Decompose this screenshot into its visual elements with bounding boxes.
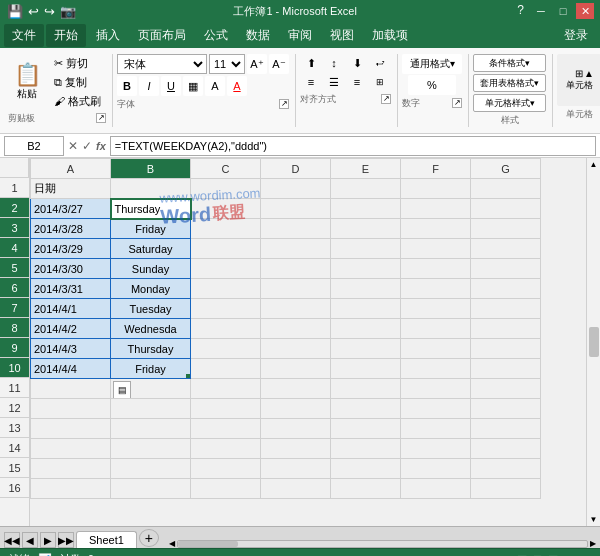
cell-a6[interactable]: 2014/3/31 (31, 279, 111, 299)
save-button[interactable]: 💾 (6, 3, 24, 20)
cell-a3[interactable]: 2014/3/28 (31, 219, 111, 239)
scroll-down-button[interactable]: ▼ (590, 515, 598, 524)
cell-e7[interactable] (331, 299, 401, 319)
cell-b11[interactable]: ▤ (111, 379, 191, 399)
cell-g10[interactable] (471, 359, 541, 379)
row-header-16[interactable]: 16 (0, 478, 29, 498)
insert-function-icon[interactable]: fx (96, 140, 106, 152)
font-expand-button[interactable]: ↗ (279, 99, 289, 109)
cell-b12[interactable] (111, 399, 191, 419)
cell-c2[interactable] (191, 199, 261, 219)
cell-c3[interactable] (191, 219, 261, 239)
col-header-b[interactable]: B (111, 159, 191, 179)
cell-f8[interactable] (401, 319, 471, 339)
cell-a7[interactable]: 2014/4/1 (31, 299, 111, 319)
alignment-expand-button[interactable]: ↗ (381, 94, 391, 104)
cell-f4[interactable] (401, 239, 471, 259)
cell-b7[interactable]: Tuesday (111, 299, 191, 319)
menu-data[interactable]: 数据 (238, 24, 278, 47)
cell-a8[interactable]: 2014/4/2 (31, 319, 111, 339)
row-header-5[interactable]: 5 (0, 258, 29, 278)
cell-c8[interactable] (191, 319, 261, 339)
cell-g8[interactable] (471, 319, 541, 339)
cell-g13[interactable] (471, 419, 541, 439)
cell-b10[interactable]: Friday (111, 359, 191, 379)
cell-c16[interactable] (191, 479, 261, 499)
cell-e1[interactable] (331, 179, 401, 199)
cell-b8[interactable]: Wednesda (111, 319, 191, 339)
menu-review[interactable]: 审阅 (280, 24, 320, 47)
cell-c7[interactable] (191, 299, 261, 319)
cell-a5[interactable]: 2014/3/30 (31, 259, 111, 279)
percent-button[interactable]: % (408, 75, 456, 95)
cancel-icon[interactable]: ✕ (68, 139, 78, 153)
cell-g1[interactable] (471, 179, 541, 199)
add-sheet-button[interactable]: + (139, 529, 159, 547)
cell-f11[interactable] (401, 379, 471, 399)
bottom-align-button[interactable]: ⬇ (346, 54, 368, 72)
cell-f7[interactable] (401, 299, 471, 319)
cell-d4[interactable] (261, 239, 331, 259)
italic-button[interactable]: I (139, 76, 159, 96)
cell-d12[interactable] (261, 399, 331, 419)
cell-d7[interactable] (261, 299, 331, 319)
cell-e3[interactable] (331, 219, 401, 239)
cell-c12[interactable] (191, 399, 261, 419)
wrap-text-button[interactable]: ⮐ (369, 54, 391, 72)
row-header-6[interactable]: 6 (0, 278, 29, 298)
cell-b1[interactable] (111, 179, 191, 199)
cell-f9[interactable] (401, 339, 471, 359)
cell-e16[interactable] (331, 479, 401, 499)
fill-handle[interactable] (186, 374, 191, 379)
cell-d2[interactable] (261, 199, 331, 219)
cell-e11[interactable] (331, 379, 401, 399)
cell-c13[interactable] (191, 419, 261, 439)
cell-g9[interactable] (471, 339, 541, 359)
sheet-nav-next[interactable]: ▶ (40, 532, 56, 548)
cell-a2[interactable]: 2014/3/27 (31, 199, 111, 219)
cell-b13[interactable] (111, 419, 191, 439)
cell-f13[interactable] (401, 419, 471, 439)
confirm-icon[interactable]: ✓ (82, 139, 92, 153)
cell-a9[interactable]: 2014/4/3 (31, 339, 111, 359)
cell-g16[interactable] (471, 479, 541, 499)
row-header-1[interactable]: 1 (0, 178, 29, 198)
row-header-3[interactable]: 3 (0, 218, 29, 238)
cell-g2[interactable] (471, 199, 541, 219)
cell-f16[interactable] (401, 479, 471, 499)
decrease-font-button[interactable]: A⁻ (269, 54, 289, 74)
cell-reference-box[interactable]: B2 (4, 136, 64, 156)
cell-a4[interactable]: 2014/3/29 (31, 239, 111, 259)
minimize-button[interactable]: ─ (532, 3, 550, 19)
fill-color-button[interactable]: A (205, 76, 225, 96)
cell-b2[interactable]: Thursday (111, 199, 191, 219)
clipboard-expand-button[interactable]: ↗ (96, 113, 106, 123)
cell-g12[interactable] (471, 399, 541, 419)
cell-d3[interactable] (261, 219, 331, 239)
cell-d11[interactable] (261, 379, 331, 399)
cell-f5[interactable] (401, 259, 471, 279)
menu-insert[interactable]: 插入 (88, 24, 128, 47)
row-header-2[interactable]: 2 (0, 198, 29, 218)
merge-center-button[interactable]: ⊞ (369, 73, 391, 91)
row-header-12[interactable]: 12 (0, 398, 29, 418)
cell-c10[interactable] (191, 359, 261, 379)
col-header-g[interactable]: G (471, 159, 541, 179)
camera-button[interactable]: 📷 (59, 3, 77, 20)
scroll-up-button[interactable]: ▲ (590, 160, 598, 169)
horizontal-scrollbar[interactable]: ◀ ▶ (169, 539, 596, 548)
cell-e5[interactable] (331, 259, 401, 279)
cell-f12[interactable] (401, 399, 471, 419)
restore-button[interactable]: □ (554, 3, 572, 19)
col-header-a[interactable]: A (31, 159, 111, 179)
conditional-format-button[interactable]: 条件格式▾ (473, 54, 546, 72)
number-expand-button[interactable]: ↗ (452, 98, 462, 108)
format-painter-button[interactable]: 🖌 格式刷 (49, 92, 106, 110)
row-header-11[interactable]: 11 (0, 378, 29, 398)
cell-e4[interactable] (331, 239, 401, 259)
row-header-14[interactable]: 14 (0, 438, 29, 458)
sheet-nav-prev[interactable]: ◀ (22, 532, 38, 548)
close-button[interactable]: ✕ (576, 3, 594, 19)
cell-d10[interactable] (261, 359, 331, 379)
cell-g6[interactable] (471, 279, 541, 299)
